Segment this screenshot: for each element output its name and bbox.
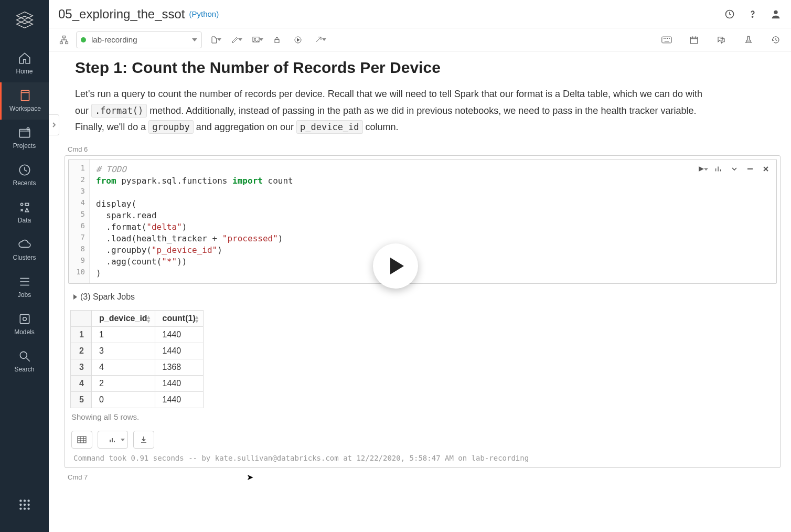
notebook-toolbar: lab-recording — [49, 28, 791, 51]
close-cell-icon[interactable] — [761, 164, 771, 174]
next-cmd-label: Cmd 7 — [65, 473, 781, 481]
svg-point-29 — [774, 10, 777, 14]
schedule-icon[interactable] — [685, 31, 703, 48]
nav-workspace[interactable]: Workspace — [0, 82, 49, 120]
nav-apps[interactable] — [0, 492, 49, 522]
nav-home[interactable]: Home — [0, 45, 49, 82]
main-area: 05_exploring_the_ssot (Python) lab-recor… — [49, 0, 791, 532]
file-menu-icon[interactable] — [205, 31, 223, 48]
command-status: Command took 0.91 seconds -- by kate.sul… — [65, 454, 780, 467]
svg-line-17 — [26, 358, 30, 361]
svg-point-22 — [23, 504, 25, 506]
nav-clusters[interactable]: Clusters — [0, 231, 49, 269]
inline-code-format: .format() — [91, 104, 147, 118]
svg-point-23 — [27, 504, 29, 506]
markdown-paragraph: Let's run a query to count the number of… — [65, 86, 725, 136]
cell-toolbar — [698, 164, 771, 174]
image-menu-icon[interactable] — [247, 31, 265, 48]
svg-point-26 — [27, 507, 29, 509]
spark-jobs-expander[interactable]: (3) Spark Jobs — [65, 287, 780, 307]
nav-search[interactable]: Search — [0, 343, 49, 380]
output-toolbar — [65, 431, 780, 454]
notebook-title[interactable]: 05_exploring_the_ssot — [58, 7, 185, 22]
user-avatar-icon[interactable] — [770, 8, 782, 20]
comments-icon[interactable] — [712, 31, 730, 48]
table-row[interactable]: 231440 — [71, 343, 204, 359]
nav-search-label: Search — [14, 366, 34, 373]
svg-rect-35 — [275, 39, 279, 42]
nav-recents-label: Recents — [13, 179, 36, 187]
notebook-language[interactable]: (Python) — [189, 9, 219, 18]
line-gutter: 12345678910 — [69, 159, 90, 283]
expand-triangle-icon — [73, 294, 77, 300]
left-sidebar: Home Workspace Projects Recents Data Clu… — [0, 0, 49, 532]
svg-point-20 — [27, 499, 29, 502]
play-triangle-icon — [390, 258, 404, 274]
col-header-1[interactable]: count(1)▲▼ — [155, 310, 203, 326]
databricks-logo-icon[interactable] — [15, 10, 34, 29]
nav-home-label: Home — [16, 68, 33, 75]
code-editor[interactable]: 12345678910 # TODO from pyspark.sql.func… — [68, 159, 777, 284]
table-row[interactable]: 421440 — [71, 375, 204, 391]
svg-marker-37 — [297, 38, 300, 41]
minimize-cell-icon[interactable] — [745, 164, 755, 174]
table-row[interactable]: 111440 — [71, 326, 204, 343]
svg-marker-10 — [25, 208, 29, 212]
svg-marker-49 — [699, 166, 704, 172]
nav-projects[interactable]: Projects — [0, 120, 49, 157]
table-view-button[interactable] — [71, 431, 92, 449]
svg-point-24 — [19, 507, 22, 509]
content-scroll[interactable]: Step 1: Count the Number of Records Per … — [49, 51, 791, 532]
svg-point-25 — [23, 507, 25, 509]
inline-code-groupby: groupby — [148, 120, 194, 134]
svg-rect-14 — [20, 314, 29, 323]
svg-point-15 — [23, 317, 26, 321]
nav-recents[interactable]: Recents — [0, 157, 49, 194]
svg-point-28 — [752, 16, 753, 17]
expand-sidebar-handle[interactable] — [49, 114, 59, 135]
svg-rect-3 — [21, 90, 29, 101]
edit-menu-icon[interactable] — [226, 31, 244, 48]
code-text[interactable]: # TODO from pyspark.sql.functions import… — [69, 159, 776, 283]
chart-view-button[interactable] — [98, 431, 128, 449]
svg-point-18 — [19, 499, 22, 502]
cluster-selector[interactable]: lab-recording — [76, 31, 202, 48]
keyboard-icon[interactable] — [658, 31, 676, 48]
chart-cell-icon[interactable] — [713, 164, 724, 174]
collapse-cell-icon[interactable] — [729, 164, 740, 174]
nav-clusters-label: Clusters — [13, 254, 36, 261]
col-header-0[interactable]: p_device_id▲▼ — [92, 310, 155, 326]
svg-point-34 — [254, 38, 256, 39]
video-play-button[interactable] — [373, 243, 418, 289]
nav-jobs[interactable]: Jobs — [0, 269, 49, 306]
revision-history-icon[interactable] — [767, 31, 785, 48]
nav-jobs-label: Jobs — [18, 291, 31, 299]
nav-workspace-label: Workspace — [9, 105, 41, 112]
table-row[interactable]: 501440 — [71, 391, 204, 408]
clock-recent-icon[interactable] — [724, 8, 735, 20]
lock-icon[interactable] — [268, 31, 286, 48]
run-all-icon[interactable] — [289, 31, 307, 48]
svg-marker-2 — [16, 20, 33, 28]
row-count-info: Showing all 5 rows. — [65, 408, 780, 431]
row-index-header[interactable] — [71, 310, 92, 326]
topbar: 05_exploring_the_ssot (Python) — [49, 0, 791, 28]
svg-rect-57 — [78, 437, 86, 443]
result-table: p_device_id▲▼ count(1)▲▼ 111440 231440 3… — [70, 310, 204, 408]
clear-menu-icon[interactable] — [310, 31, 328, 48]
nav-data[interactable]: Data — [0, 194, 49, 231]
experiment-icon[interactable] — [740, 31, 757, 48]
svg-rect-5 — [19, 130, 30, 137]
svg-marker-0 — [16, 12, 33, 19]
table-row[interactable]: 341368 — [71, 359, 204, 375]
cluster-name: lab-recording — [91, 35, 137, 44]
download-button[interactable] — [133, 431, 154, 449]
run-cell-icon[interactable] — [698, 164, 708, 174]
nav-models[interactable]: Models — [0, 306, 49, 343]
svg-rect-30 — [63, 36, 66, 38]
nav-data-label: Data — [18, 217, 31, 224]
svg-marker-1 — [16, 16, 33, 24]
code-cell: 12345678910 # TODO from pyspark.sql.func… — [65, 155, 781, 468]
sitemap-icon[interactable] — [55, 31, 73, 48]
help-icon[interactable] — [747, 8, 758, 20]
